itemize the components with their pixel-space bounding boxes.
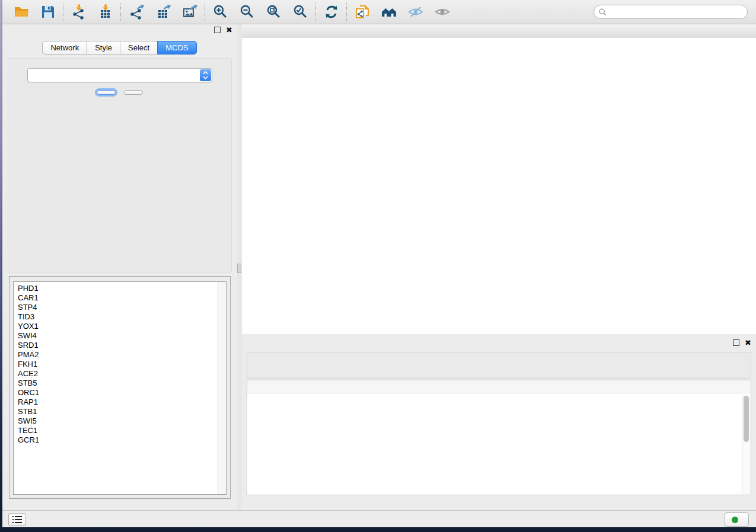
- mcds-result-group: PHD1CAR1STP4TID3YOX1SWI4SRD1PMA2FKH1ACE2…: [9, 276, 231, 499]
- mcds-panel: [8, 58, 232, 273]
- export-image-icon[interactable]: [181, 4, 197, 20]
- export-network-icon[interactable]: [128, 4, 144, 20]
- network-title: [242, 24, 756, 27]
- refresh-icon[interactable]: [323, 4, 339, 20]
- tab-mcds[interactable]: MCDS: [157, 41, 196, 55]
- mcds-result-item: CAR1: [18, 293, 218, 303]
- table-scrollbar-thumb[interactable]: [744, 396, 749, 442]
- first-neighbors-icon[interactable]: [381, 4, 397, 20]
- open-folder-icon[interactable]: [13, 4, 29, 20]
- close-panel-button[interactable]: [124, 90, 143, 95]
- search-input[interactable]: [610, 7, 747, 17]
- window-minimize-icon[interactable]: [260, 27, 267, 34]
- mcds-result-item: GCR1: [18, 435, 218, 445]
- export-table-icon[interactable]: [155, 4, 171, 20]
- toolbar-group: [205, 4, 315, 20]
- memory-status-icon: [732, 517, 738, 523]
- list-icon: [12, 516, 22, 523]
- vertical-splitter[interactable]: [237, 24, 242, 511]
- status-bar: [2, 510, 756, 527]
- mcds-result-item: SWI5: [18, 416, 218, 426]
- duplicate-network-icon[interactable]: [354, 4, 370, 20]
- mcds-result-item: PHD1: [18, 284, 218, 293]
- application-window: ✖ NetworkStyleSelectMCDS PHD1CAR1STP4TID…: [2, 0, 756, 527]
- window-maximize-icon[interactable]: [272, 27, 279, 34]
- network-frame: [242, 24, 756, 334]
- zoom-out-icon[interactable]: [239, 4, 255, 20]
- main-toolbar: [2, 0, 756, 24]
- import-table-icon[interactable]: [97, 4, 113, 20]
- toolbar-group: [6, 4, 63, 20]
- mcds-result-item: SWI4: [18, 331, 218, 341]
- zoom-selected-icon[interactable]: [292, 4, 308, 20]
- toolbar-group: [316, 4, 346, 20]
- save-icon[interactable]: [40, 4, 56, 20]
- mcds-result-item: STB1: [18, 407, 218, 416]
- criterion-select[interactable]: [27, 68, 212, 82]
- toolbar-group: [121, 4, 205, 20]
- mcds-result-item: STB5: [18, 379, 218, 388]
- task-history-button[interactable]: [8, 513, 26, 526]
- zoom-fit-icon[interactable]: [266, 4, 282, 20]
- network-titlebar: [242, 24, 756, 39]
- search-box[interactable]: [594, 5, 748, 19]
- close-panel-icon[interactable]: ✖: [226, 27, 232, 33]
- mcds-result-list[interactable]: PHD1CAR1STP4TID3YOX1SWI4SRD1PMA2FKH1ACE2…: [13, 281, 227, 495]
- hide-selected-icon[interactable]: [407, 4, 423, 20]
- table-close-icon[interactable]: ✖: [745, 340, 751, 346]
- mcds-result-item: YOX1: [18, 322, 218, 331]
- mcds-result-item: SRD1: [18, 341, 218, 350]
- mcds-result-item: FKH1: [18, 360, 218, 369]
- mcds-result-item: TEC1: [18, 426, 218, 435]
- float-panel-icon[interactable]: [214, 27, 221, 33]
- mcds-result-item: TID3: [18, 312, 218, 322]
- toolbar-group: [347, 4, 457, 20]
- mcds-result-item: ACE2: [18, 369, 218, 379]
- table-scrollbar[interactable]: [742, 393, 751, 495]
- mcds-result-item: RAP1: [18, 398, 218, 407]
- network-canvas[interactable]: [242, 38, 756, 334]
- mcds-list-scrollbar[interactable]: [218, 282, 226, 494]
- mcds-result-item: STP4: [18, 303, 218, 312]
- splitter-handle-icon[interactable]: [237, 264, 241, 273]
- node-table: [247, 380, 751, 495]
- control-panel: ✖ NetworkStyleSelectMCDS PHD1CAR1STP4TID…: [2, 24, 237, 511]
- toolbar-group: [63, 4, 120, 20]
- table-float-icon[interactable]: [733, 339, 739, 346]
- import-network-icon[interactable]: [71, 4, 87, 20]
- mcds-result-item: PMA2: [18, 350, 218, 360]
- table-panel: ✖: [242, 337, 756, 511]
- run-mcds-button[interactable]: [97, 90, 116, 95]
- show-all-icon[interactable]: [434, 4, 450, 20]
- tab-network[interactable]: Network: [42, 41, 87, 55]
- control-panel-tabbar: NetworkStyleSelectMCDS: [2, 41, 237, 55]
- tab-select[interactable]: Select: [120, 41, 158, 55]
- window-close-icon[interactable]: [248, 27, 256, 34]
- table-toolbar: [247, 352, 751, 379]
- tab-style[interactable]: Style: [87, 41, 120, 55]
- search-icon: [599, 8, 607, 16]
- memory-button[interactable]: [725, 512, 749, 527]
- zoom-in-icon[interactable]: [212, 4, 228, 20]
- mcds-result-item: ORC1: [18, 388, 218, 398]
- select-stepper-icon: [200, 69, 211, 81]
